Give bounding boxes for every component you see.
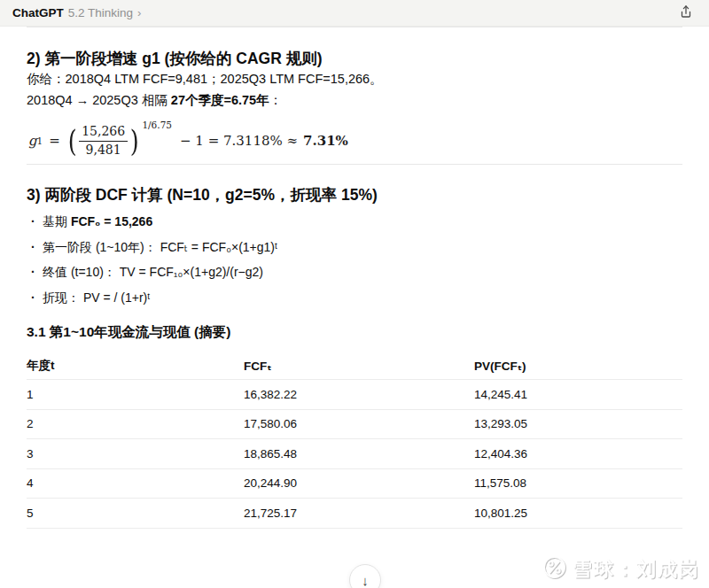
- table-row: 5 21,725.17 10,801.25: [27, 499, 682, 529]
- cagr-formula: g1 = ( 15,266 9,481 ) 1/6.75 − 1 = 7.311…: [28, 118, 348, 164]
- given-values-line: 你给：2018Q4 LTM FCF=9,481；2025Q3 LTM FCF=1…: [27, 68, 682, 89]
- scroll-to-bottom-button[interactable]: ↓: [349, 564, 381, 588]
- list-item: ·第一阶段 (1~10年)： FCFₜ = FCF₀×(1+g1)ᵗ: [27, 235, 682, 260]
- share-button[interactable]: [675, 3, 697, 24]
- share-icon: [678, 4, 694, 22]
- section-divider: [27, 27, 682, 27]
- section-2-heading: 2) 第一阶段增速 g1 (按你给的 CAGR 规则): [27, 49, 682, 68]
- chevron-right-icon: ›: [137, 6, 141, 19]
- bullet-icon: ·: [31, 285, 35, 311]
- xueqiu-logo-icon: [542, 555, 566, 583]
- col-header-year: 年度t: [27, 358, 244, 374]
- model-label: 5.2 Thinking: [68, 6, 133, 19]
- section-3-1-heading: 3.1 第1~10年现金流与现值 (摘要): [27, 323, 682, 341]
- list-item: ·基期 FCF₀ = 15,266: [27, 209, 682, 235]
- model-selector[interactable]: ChatGPT 5.2 Thinking ›: [12, 6, 141, 19]
- dcf-assumptions-list: ·基期 FCF₀ = 15,266 ·第一阶段 (1~10年)： FCFₜ = …: [27, 209, 682, 310]
- arrow-down-icon: ↓: [362, 574, 369, 587]
- table-header-row: 年度t FCFₜ PV(FCFₜ): [27, 352, 682, 380]
- table-row: 3 18,865.48 12,404.36: [27, 439, 682, 469]
- brand-label: ChatGPT: [12, 6, 64, 19]
- section-3-heading: 3) 两阶段 DCF 计算 (N=10，g2=5%，折现率 15%): [27, 185, 682, 205]
- right-paren: ): [130, 126, 139, 156]
- watermark-text: 雪球：刘成岗: [573, 556, 700, 583]
- top-bar: ChatGPT 5.2 Thinking ›: [0, 0, 709, 27]
- section-divider: [27, 164, 682, 165]
- table-row: 2 17,580.06 13,293.05: [27, 410, 682, 440]
- period-line: 2018Q4 → 2025Q3 相隔 27个季度=6.75年：: [27, 89, 682, 111]
- exponent: 1/6.75: [142, 120, 172, 130]
- bullet-icon: ·: [31, 259, 35, 285]
- chat-message-content: 2) 第一阶段增速 g1 (按你给的 CAGR 规则) 你给：2018Q4 LT…: [0, 27, 709, 529]
- list-item: ·折现： PV = / (1+r)ᵗ: [27, 285, 682, 311]
- table-row: 1 16,382.22 14,245.41: [27, 380, 682, 410]
- table-row: 4 20,244.90 11,575.08: [27, 469, 682, 499]
- left-paren: (: [68, 126, 77, 156]
- bullet-icon: ·: [31, 235, 35, 260]
- list-item: ·终值 (t=10)： TV = FCF₁₀×(1+g2)/(r−g2): [27, 259, 682, 285]
- col-header-pv: PV(FCFₜ): [474, 359, 682, 373]
- formula-result: 7.31%: [303, 133, 348, 149]
- col-header-fcf: FCFₜ: [244, 359, 474, 373]
- cashflow-table: 年度t FCFₜ PV(FCFₜ) 1 16,382.22 14,245.41 …: [27, 352, 682, 529]
- fraction: 15,266 9,481: [79, 124, 128, 158]
- bullet-icon: ·: [31, 209, 35, 235]
- watermark: 雪球：刘成岗: [542, 555, 700, 583]
